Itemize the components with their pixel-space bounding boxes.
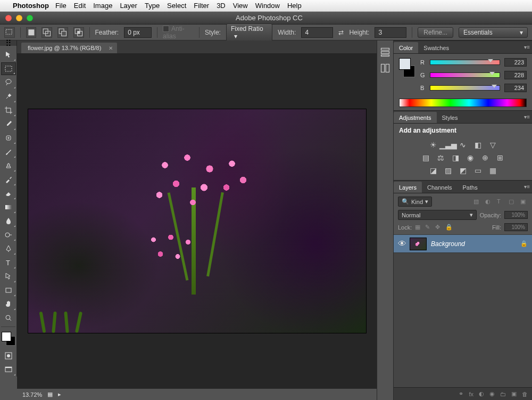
app-menu[interactable]: Photoshop bbox=[13, 2, 49, 10]
layer-visibility-icon[interactable]: 👁 bbox=[398, 239, 405, 249]
path-selection-tool[interactable] bbox=[1, 270, 16, 283]
window-minimize-button[interactable] bbox=[16, 15, 22, 21]
black-white-icon[interactable]: ◨ bbox=[451, 153, 460, 162]
new-fill-layer-icon[interactable]: ◉ bbox=[489, 390, 495, 397]
hue-saturation-icon[interactable]: ▤ bbox=[421, 153, 430, 162]
color-tab[interactable]: Color bbox=[394, 42, 418, 53]
opacity-input[interactable] bbox=[504, 211, 528, 219]
status-arrow-icon[interactable]: ▸ bbox=[58, 391, 61, 398]
filter-adjustment-icon[interactable]: ◐ bbox=[485, 198, 493, 206]
menu-view[interactable]: View bbox=[233, 2, 248, 10]
color-balance-icon[interactable]: ⚖ bbox=[436, 153, 445, 162]
photo-filter-icon[interactable]: ◉ bbox=[466, 153, 475, 162]
pen-tool[interactable] bbox=[1, 242, 16, 255]
zoom-level[interactable]: 13.72% bbox=[22, 391, 42, 398]
rectangular-marquee-tool[interactable] bbox=[1, 62, 16, 75]
menu-filter[interactable]: Filter bbox=[194, 2, 209, 10]
r-slider[interactable] bbox=[430, 60, 500, 65]
lock-position-icon[interactable]: ✥ bbox=[435, 224, 442, 231]
layer-name[interactable]: Background bbox=[431, 240, 516, 248]
menu-3d[interactable]: 3D bbox=[217, 2, 226, 10]
delete-layer-icon[interactable]: 🗑 bbox=[522, 391, 528, 397]
exposure-icon[interactable]: ◧ bbox=[473, 141, 483, 149]
dodge-tool[interactable] bbox=[1, 228, 16, 241]
workspace-switcher[interactable]: Essentials▾ bbox=[459, 27, 528, 38]
link-layers-icon[interactable]: ⚭ bbox=[459, 390, 463, 397]
style-select[interactable]: Fixed Ratio ▾ bbox=[226, 23, 272, 42]
swap-wh-icon[interactable]: ⇄ bbox=[338, 29, 344, 36]
lock-pixels-icon[interactable]: ✎ bbox=[425, 224, 432, 231]
layer-style-icon[interactable]: fx bbox=[469, 391, 473, 397]
adjustments-tab[interactable]: Adjustments bbox=[394, 112, 437, 123]
layer-filter-type[interactable]: 🔍Kind▾ bbox=[398, 197, 432, 207]
blend-mode-select[interactable]: Normal▾ bbox=[398, 210, 477, 220]
layer-mask-icon[interactable]: ◐ bbox=[479, 390, 484, 397]
layer-item[interactable]: 👁 Background 🔒 bbox=[394, 235, 532, 253]
r-value-input[interactable] bbox=[504, 58, 527, 67]
blur-tool[interactable] bbox=[1, 215, 16, 227]
subtract-from-selection-icon[interactable] bbox=[57, 27, 68, 38]
window-maximize-button[interactable] bbox=[27, 15, 33, 21]
layer-lock-icon[interactable]: 🔒 bbox=[520, 240, 528, 247]
g-slider[interactable] bbox=[430, 72, 500, 78]
document-tab[interactable]: flower.jpg @ 13.7% (RGB/8) ✕ bbox=[21, 43, 117, 53]
lock-transparency-icon[interactable]: ▦ bbox=[415, 224, 422, 231]
new-group-icon[interactable]: 🗀 bbox=[500, 391, 506, 397]
history-panel-icon[interactable] bbox=[380, 48, 390, 56]
color-spectrum[interactable] bbox=[399, 99, 527, 107]
filter-smartobject-icon[interactable]: ▣ bbox=[520, 198, 528, 206]
menu-layer[interactable]: Layer bbox=[120, 2, 137, 10]
curves-icon[interactable]: ∿ bbox=[458, 141, 468, 149]
canvas-viewport[interactable] bbox=[17, 53, 377, 388]
threshold-icon[interactable]: ◩ bbox=[458, 166, 468, 175]
filter-type-icon[interactable]: T bbox=[497, 198, 504, 206]
brightness-contrast-icon[interactable]: ☀ bbox=[428, 141, 438, 149]
filter-pixel-icon[interactable]: ▧ bbox=[473, 198, 481, 206]
layers-tab[interactable]: Layers bbox=[394, 182, 422, 193]
menu-help[interactable]: Help bbox=[287, 2, 302, 10]
levels-icon[interactable]: ▁▃▅ bbox=[443, 141, 453, 149]
menu-file[interactable]: File bbox=[55, 2, 66, 10]
zoom-tool[interactable] bbox=[1, 312, 16, 324]
lock-all-icon[interactable]: 🔒 bbox=[445, 224, 452, 231]
type-tool[interactable]: T bbox=[1, 256, 16, 269]
channel-mixer-icon[interactable]: ⊕ bbox=[480, 153, 490, 162]
new-layer-icon[interactable]: ▣ bbox=[511, 390, 517, 397]
color-lookup-icon[interactable]: ⊞ bbox=[495, 153, 505, 162]
vibrance-icon[interactable]: ▽ bbox=[488, 141, 497, 149]
layer-thumbnail[interactable] bbox=[410, 238, 427, 250]
menu-window[interactable]: Window bbox=[255, 2, 280, 10]
gradient-tool[interactable] bbox=[1, 201, 16, 214]
hand-tool[interactable] bbox=[1, 298, 16, 311]
invert-icon[interactable]: ◪ bbox=[428, 166, 438, 175]
filter-shape-icon[interactable]: ▢ bbox=[509, 198, 516, 206]
close-icon[interactable]: ✕ bbox=[109, 45, 113, 51]
foreground-background-colors[interactable] bbox=[2, 332, 15, 346]
clone-stamp-tool[interactable] bbox=[1, 159, 16, 172]
color-foreground-background[interactable] bbox=[399, 58, 415, 77]
panel-menu-icon[interactable]: ▾≡ bbox=[524, 184, 530, 190]
menu-edit[interactable]: Edit bbox=[74, 2, 86, 10]
window-close-button[interactable] bbox=[5, 15, 12, 21]
gradient-map-icon[interactable]: ▭ bbox=[473, 166, 483, 175]
quick-mask-toggle[interactable] bbox=[1, 349, 16, 362]
g-value-input[interactable] bbox=[504, 71, 527, 79]
menu-select[interactable]: Select bbox=[167, 2, 186, 10]
height-input[interactable] bbox=[375, 27, 406, 38]
move-tool[interactable] bbox=[1, 48, 16, 61]
canvas[interactable] bbox=[28, 109, 366, 333]
history-brush-tool[interactable] bbox=[1, 173, 16, 186]
tool-preset-picker[interactable] bbox=[4, 27, 15, 38]
feather-input[interactable] bbox=[124, 27, 152, 38]
selective-color-icon[interactable]: ▦ bbox=[488, 166, 497, 175]
menu-image[interactable]: Image bbox=[93, 2, 112, 10]
posterize-icon[interactable]: ▨ bbox=[443, 166, 453, 175]
swatches-tab[interactable]: Swatches bbox=[418, 42, 454, 53]
brush-tool[interactable] bbox=[1, 145, 16, 158]
rectangle-tool[interactable] bbox=[1, 284, 16, 297]
magic-wand-tool[interactable] bbox=[1, 90, 16, 103]
status-info-icon[interactable]: ▦ bbox=[47, 391, 53, 398]
paths-tab[interactable]: Paths bbox=[458, 182, 483, 193]
add-to-selection-icon[interactable] bbox=[41, 27, 52, 38]
toolbar-collapse-grip[interactable]: ⠿ bbox=[0, 40, 17, 46]
